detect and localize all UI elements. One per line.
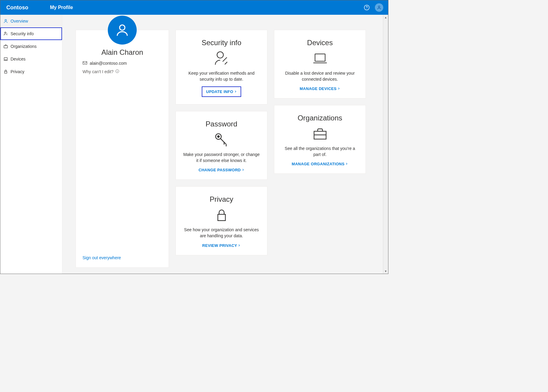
security-person-icon bbox=[213, 50, 230, 67]
sidebar-item-overview[interactable]: Overview bbox=[0, 15, 62, 27]
update-info-link[interactable]: UPDATE INFO bbox=[202, 86, 241, 97]
chevron-right-icon bbox=[337, 86, 340, 91]
chevron-right-icon bbox=[345, 162, 348, 166]
scroll-down-arrow[interactable]: ▼ bbox=[383, 269, 388, 274]
tile-devices: Devices Disable a lost device and review… bbox=[274, 30, 366, 98]
user-avatar-small[interactable] bbox=[375, 3, 383, 12]
sidebar-item-label: Security info bbox=[11, 31, 34, 36]
briefcase-icon bbox=[3, 44, 8, 49]
svg-rect-9 bbox=[83, 61, 87, 64]
tile-desc: See all the organizations that you're a … bbox=[281, 146, 359, 157]
review-privacy-link[interactable]: REVIEW PRIVACY bbox=[202, 243, 241, 248]
svg-point-15 bbox=[217, 136, 219, 138]
svg-point-2 bbox=[378, 6, 380, 8]
tile-desc: See how your organization and services a… bbox=[182, 227, 261, 239]
user-email-row: alain@contoso.com bbox=[83, 61, 162, 66]
svg-point-4 bbox=[5, 32, 6, 33]
tile-password: Password Make your password stronger, or… bbox=[176, 111, 267, 180]
scrollbar[interactable]: ▲ ▼ bbox=[383, 15, 388, 274]
page-title: My Profile bbox=[50, 5, 73, 10]
laptop-icon bbox=[312, 50, 328, 67]
lock-icon bbox=[213, 207, 230, 223]
manage-organizations-link[interactable]: MANAGE ORGANIZATIONS bbox=[292, 162, 348, 166]
laptop-icon bbox=[3, 57, 8, 61]
main-content: Alain Charon alain@contoso.com Why can't… bbox=[62, 15, 388, 274]
chevron-right-icon bbox=[234, 89, 237, 94]
tile-title: Organizations bbox=[297, 114, 342, 122]
sidebar-item-label: Devices bbox=[11, 57, 26, 61]
tile-desc: Disable a lost device and review your co… bbox=[281, 70, 359, 82]
user-email: alain@contoso.com bbox=[90, 61, 127, 66]
key-icon bbox=[213, 131, 230, 148]
sidebar-item-label: Overview bbox=[11, 19, 28, 23]
svg-point-13 bbox=[217, 52, 223, 58]
info-icon bbox=[115, 69, 119, 74]
profile-card: Alain Charon alain@contoso.com Why can't… bbox=[76, 30, 169, 268]
sign-out-everywhere-link[interactable]: Sign out everywhere bbox=[83, 255, 121, 260]
svg-rect-7 bbox=[5, 71, 7, 73]
tile-title: Password bbox=[206, 120, 237, 128]
tile-title: Privacy bbox=[210, 195, 233, 204]
tile-desc: Make your password stronger, or change i… bbox=[182, 152, 261, 163]
svg-point-12 bbox=[117, 70, 117, 70]
svg-rect-6 bbox=[4, 58, 8, 60]
tile-title: Devices bbox=[307, 39, 333, 47]
scroll-up-arrow[interactable]: ▲ bbox=[383, 15, 388, 20]
tile-privacy: Privacy See how your organization and se… bbox=[176, 186, 267, 255]
sidebar-item-label: Privacy bbox=[11, 69, 24, 74]
svg-rect-17 bbox=[315, 54, 325, 61]
user-avatar-large bbox=[108, 16, 137, 45]
tile-security-info: Security info Keep your verification met… bbox=[176, 30, 267, 104]
brand-name: Contoso bbox=[6, 5, 28, 11]
sidebar: Overview Security info Organizations Dev… bbox=[0, 15, 62, 274]
svg-point-1 bbox=[366, 9, 367, 9]
security-icon bbox=[3, 31, 8, 36]
svg-rect-16 bbox=[218, 214, 225, 221]
edit-hint-row[interactable]: Why can't I edit? bbox=[83, 69, 162, 74]
person-icon bbox=[3, 19, 8, 23]
chevron-right-icon bbox=[241, 168, 244, 172]
sidebar-item-label: Organizations bbox=[11, 44, 36, 49]
svg-rect-5 bbox=[4, 45, 8, 48]
sidebar-item-organizations[interactable]: Organizations bbox=[0, 40, 62, 53]
sidebar-item-security-info[interactable]: Security info bbox=[0, 27, 62, 40]
chevron-right-icon bbox=[238, 243, 241, 248]
lock-icon bbox=[3, 69, 8, 74]
tile-title: Security info bbox=[201, 39, 241, 47]
sidebar-item-privacy[interactable]: Privacy bbox=[0, 65, 62, 78]
user-name: Alain Charon bbox=[83, 48, 162, 57]
header-bar: Contoso My Profile bbox=[0, 0, 388, 15]
briefcase-icon bbox=[312, 125, 328, 142]
tile-organizations: Organizations See all the organizations … bbox=[274, 105, 366, 174]
edit-hint-text: Why can't I edit? bbox=[83, 69, 114, 74]
svg-point-8 bbox=[120, 25, 125, 30]
svg-point-3 bbox=[5, 20, 6, 21]
tile-desc: Keep your verification methods and secur… bbox=[182, 70, 261, 82]
manage-devices-link[interactable]: MANAGE DEVICES bbox=[300, 86, 340, 91]
sidebar-item-devices[interactable]: Devices bbox=[0, 53, 62, 65]
mail-icon bbox=[83, 61, 87, 66]
change-password-link[interactable]: CHANGE PASSWORD bbox=[198, 168, 244, 172]
help-icon[interactable] bbox=[363, 4, 371, 11]
